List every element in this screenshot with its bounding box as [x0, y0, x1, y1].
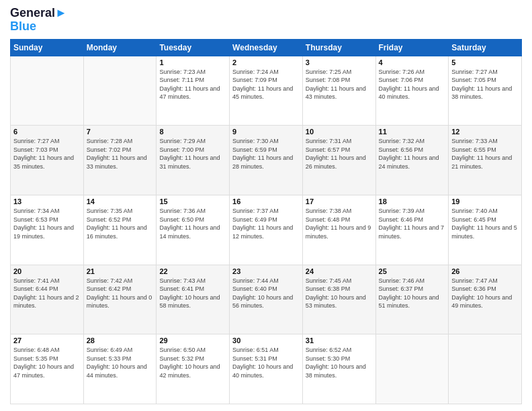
calendar-week-4: 27Sunrise: 6:48 AM Sunset: 5:35 PM Dayli…: [11, 334, 522, 404]
calendar-cell: 21Sunrise: 7:42 AM Sunset: 6:42 PM Dayli…: [83, 265, 157, 334]
calendar-cell: 26Sunrise: 7:47 AM Sunset: 6:36 PM Dayli…: [449, 265, 522, 334]
calendar-week-1: 6Sunrise: 7:27 AM Sunset: 7:03 PM Daylig…: [11, 126, 522, 195]
day-number: 5: [451, 58, 519, 66]
page: General► Blue SundayMondayTuesdayWednesd…: [0, 0, 532, 411]
day-info: Sunrise: 7:31 AM Sunset: 6:57 PM Dayligh…: [306, 137, 373, 171]
day-number: 2: [232, 58, 300, 66]
calendar-cell: 5Sunrise: 7:27 AM Sunset: 7:05 PM Daylig…: [449, 56, 522, 126]
calendar-cell: 15Sunrise: 7:36 AM Sunset: 6:50 PM Dayli…: [157, 195, 230, 265]
logo-text: General► Blue: [10, 7, 67, 34]
calendar-cell: 29Sunrise: 6:50 AM Sunset: 5:32 PM Dayli…: [157, 334, 230, 404]
day-info: Sunrise: 7:41 AM Sunset: 6:44 PM Dayligh…: [13, 277, 81, 310]
day-info: Sunrise: 7:43 AM Sunset: 6:41 PM Dayligh…: [159, 277, 226, 310]
day-number: 22: [159, 267, 226, 275]
day-number: 1: [159, 58, 226, 66]
calendar-cell: [83, 56, 157, 126]
calendar-cell: [11, 56, 84, 126]
day-number: 7: [87, 128, 154, 136]
day-info: Sunrise: 7:32 AM Sunset: 6:56 PM Dayligh…: [379, 137, 446, 171]
day-number: 26: [451, 267, 519, 275]
calendar-cell: 10Sunrise: 7:31 AM Sunset: 6:57 PM Dayli…: [302, 126, 375, 195]
calendar-cell: 8Sunrise: 7:29 AM Sunset: 7:00 PM Daylig…: [157, 126, 230, 195]
calendar-cell: 13Sunrise: 7:34 AM Sunset: 6:53 PM Dayli…: [11, 195, 84, 265]
day-info: Sunrise: 6:50 AM Sunset: 5:32 PM Dayligh…: [159, 346, 226, 379]
day-number: 9: [232, 128, 300, 136]
calendar-cell: 16Sunrise: 7:37 AM Sunset: 6:49 PM Dayli…: [230, 195, 303, 265]
day-number: 11: [379, 128, 446, 136]
day-info: Sunrise: 7:44 AM Sunset: 6:40 PM Dayligh…: [232, 277, 300, 310]
day-number: 27: [13, 336, 81, 345]
calendar-cell: 18Sunrise: 7:39 AM Sunset: 6:46 PM Dayli…: [375, 195, 449, 265]
day-info: Sunrise: 7:28 AM Sunset: 7:02 PM Dayligh…: [87, 137, 154, 171]
day-info: Sunrise: 6:52 AM Sunset: 5:30 PM Dayligh…: [306, 346, 373, 379]
day-info: Sunrise: 7:35 AM Sunset: 6:52 PM Dayligh…: [87, 207, 154, 240]
calendar-week-3: 20Sunrise: 7:41 AM Sunset: 6:44 PM Dayli…: [11, 265, 522, 334]
logo: General► Blue: [10, 7, 67, 34]
day-info: Sunrise: 7:37 AM Sunset: 6:49 PM Dayligh…: [232, 207, 300, 240]
day-number: 16: [232, 197, 300, 205]
day-info: Sunrise: 7:27 AM Sunset: 7:03 PM Dayligh…: [13, 137, 81, 171]
day-info: Sunrise: 7:47 AM Sunset: 6:36 PM Dayligh…: [451, 277, 519, 310]
day-info: Sunrise: 7:23 AM Sunset: 7:11 PM Dayligh…: [159, 68, 226, 101]
calendar-cell: 19Sunrise: 7:40 AM Sunset: 6:45 PM Dayli…: [449, 195, 522, 265]
day-number: 12: [451, 128, 519, 136]
day-info: Sunrise: 7:29 AM Sunset: 7:00 PM Dayligh…: [159, 137, 226, 171]
day-info: Sunrise: 7:40 AM Sunset: 6:45 PM Dayligh…: [451, 207, 519, 240]
day-number: 24: [306, 267, 373, 275]
calendar-cell: 17Sunrise: 7:38 AM Sunset: 6:48 PM Dayli…: [302, 195, 375, 265]
day-number: 20: [13, 267, 81, 275]
day-info: Sunrise: 7:25 AM Sunset: 7:08 PM Dayligh…: [306, 68, 373, 101]
col-header-wednesday: Wednesday: [230, 39, 303, 56]
day-info: Sunrise: 7:45 AM Sunset: 6:38 PM Dayligh…: [306, 277, 373, 310]
header: General► Blue: [10, 7, 522, 34]
day-info: Sunrise: 6:51 AM Sunset: 5:31 PM Dayligh…: [232, 346, 300, 379]
calendar-cell: 20Sunrise: 7:41 AM Sunset: 6:44 PM Dayli…: [11, 265, 84, 334]
day-info: Sunrise: 7:24 AM Sunset: 7:09 PM Dayligh…: [232, 68, 300, 101]
day-number: 25: [379, 267, 446, 275]
day-number: 19: [451, 197, 519, 205]
day-number: 4: [379, 58, 446, 66]
day-number: 23: [232, 267, 300, 275]
calendar-cell: 30Sunrise: 6:51 AM Sunset: 5:31 PM Dayli…: [230, 334, 303, 404]
calendar-cell: 4Sunrise: 7:26 AM Sunset: 7:06 PM Daylig…: [375, 56, 449, 126]
calendar-cell: 9Sunrise: 7:30 AM Sunset: 6:59 PM Daylig…: [230, 126, 303, 195]
day-info: Sunrise: 7:30 AM Sunset: 6:59 PM Dayligh…: [232, 137, 300, 171]
calendar-cell: 25Sunrise: 7:46 AM Sunset: 6:37 PM Dayli…: [375, 265, 449, 334]
day-number: 21: [87, 267, 154, 275]
day-number: 13: [13, 197, 81, 205]
col-header-tuesday: Tuesday: [157, 39, 230, 56]
calendar-cell: 7Sunrise: 7:28 AM Sunset: 7:02 PM Daylig…: [83, 126, 157, 195]
day-info: Sunrise: 7:38 AM Sunset: 6:48 PM Dayligh…: [306, 207, 373, 240]
day-info: Sunrise: 7:33 AM Sunset: 6:55 PM Dayligh…: [451, 137, 519, 171]
day-info: Sunrise: 7:27 AM Sunset: 7:05 PM Dayligh…: [451, 68, 519, 101]
logo-general: General: [10, 6, 55, 19]
day-number: 6: [13, 128, 81, 136]
day-info: Sunrise: 6:49 AM Sunset: 5:33 PM Dayligh…: [87, 346, 154, 379]
calendar-week-2: 13Sunrise: 7:34 AM Sunset: 6:53 PM Dayli…: [11, 195, 522, 265]
calendar-cell: 22Sunrise: 7:43 AM Sunset: 6:41 PM Dayli…: [157, 265, 230, 334]
calendar-cell: 28Sunrise: 6:49 AM Sunset: 5:33 PM Dayli…: [83, 334, 157, 404]
day-number: 15: [159, 197, 226, 205]
calendar-cell: 1Sunrise: 7:23 AM Sunset: 7:11 PM Daylig…: [157, 56, 230, 126]
col-header-sunday: Sunday: [11, 39, 84, 56]
col-header-monday: Monday: [83, 39, 157, 56]
calendar-cell: 14Sunrise: 7:35 AM Sunset: 6:52 PM Dayli…: [83, 195, 157, 265]
calendar-cell: 24Sunrise: 7:45 AM Sunset: 6:38 PM Dayli…: [302, 265, 375, 334]
calendar-cell: [375, 334, 449, 404]
day-info: Sunrise: 7:26 AM Sunset: 7:06 PM Dayligh…: [379, 68, 446, 101]
col-header-thursday: Thursday: [302, 39, 375, 56]
day-number: 29: [159, 336, 226, 345]
calendar-cell: 27Sunrise: 6:48 AM Sunset: 5:35 PM Dayli…: [11, 334, 84, 404]
col-header-friday: Friday: [375, 39, 449, 56]
day-info: Sunrise: 6:48 AM Sunset: 5:35 PM Dayligh…: [13, 346, 81, 379]
calendar-table: SundayMondayTuesdayWednesdayThursdayFrid…: [10, 39, 522, 404]
calendar-cell: 12Sunrise: 7:33 AM Sunset: 6:55 PM Dayli…: [449, 126, 522, 195]
day-info: Sunrise: 7:36 AM Sunset: 6:50 PM Dayligh…: [159, 207, 226, 240]
day-number: 31: [306, 336, 373, 345]
day-info: Sunrise: 7:42 AM Sunset: 6:42 PM Dayligh…: [87, 277, 154, 310]
logo-blue: Blue: [10, 19, 36, 33]
day-number: 14: [87, 197, 154, 205]
col-header-saturday: Saturday: [449, 39, 522, 56]
calendar-cell: 2Sunrise: 7:24 AM Sunset: 7:09 PM Daylig…: [230, 56, 303, 126]
day-number: 18: [379, 197, 446, 205]
